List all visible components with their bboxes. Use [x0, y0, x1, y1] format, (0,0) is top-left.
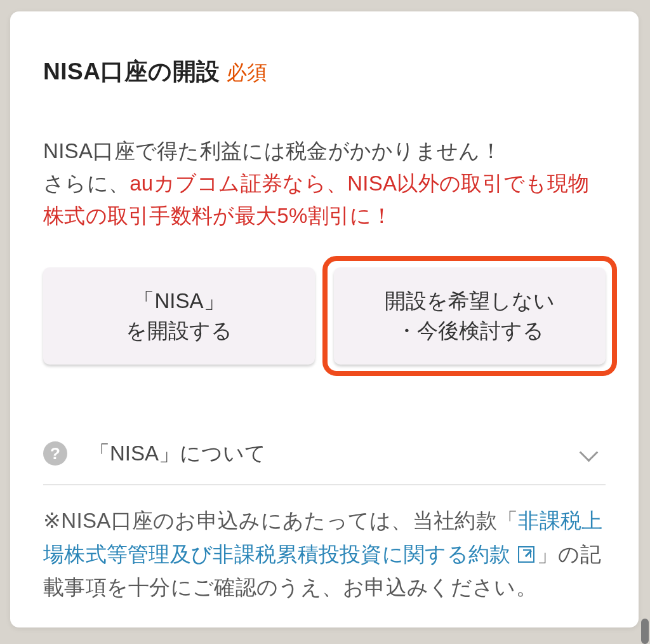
accordion-title: 「NISA」について — [89, 439, 580, 468]
about-nisa-accordion[interactable]: ? 「NISA」について — [43, 433, 606, 485]
help-icon: ? — [43, 441, 67, 466]
option-decline-wrap: 開設を希望しない ・今後検討する — [334, 267, 606, 364]
section-title: NISA口座の開設 — [43, 56, 220, 88]
desc-line1: NISA口座で得た利益には税金がかかりません！ — [43, 139, 501, 163]
description-text: NISA口座で得た利益には税金がかかりません！ さらに、auカブコム証券なら、N… — [43, 135, 606, 232]
open-line2: を開設する — [126, 319, 232, 342]
required-badge: 必須 — [227, 59, 267, 87]
note-prefix: ※NISA口座のお申込みにあたっては、当社約款「 — [43, 509, 518, 532]
option-open-wrap: 「NISA」 を開設する — [43, 267, 315, 364]
decline-nisa-button[interactable]: 開設を希望しない ・今後検討する — [334, 267, 606, 364]
scrollbar-track — [640, 0, 650, 644]
decline-line2: ・今後検討する — [396, 319, 544, 342]
options-row: 「NISA」 を開設する 開設を希望しない ・今後検討する — [43, 267, 606, 364]
external-link-icon — [518, 546, 534, 563]
scrollbar-thumb[interactable] — [641, 619, 649, 644]
desc-highlight-prefix: さらに、 — [43, 171, 129, 195]
chevron-down-icon — [580, 448, 598, 459]
terms-note: ※NISA口座のお申込みにあたっては、当社約款「非課税上場株式等管理及び非課税累… — [43, 504, 606, 605]
section-header: NISA口座の開設 必須 — [43, 56, 606, 88]
nisa-card: NISA口座の開設 必須 NISA口座で得た利益には税金がかかりません！ さらに… — [10, 11, 639, 627]
open-line1: 「NISA」 — [133, 289, 224, 312]
decline-line1: 開設を希望しない — [385, 289, 555, 312]
open-nisa-button[interactable]: 「NISA」 を開設する — [43, 267, 315, 364]
